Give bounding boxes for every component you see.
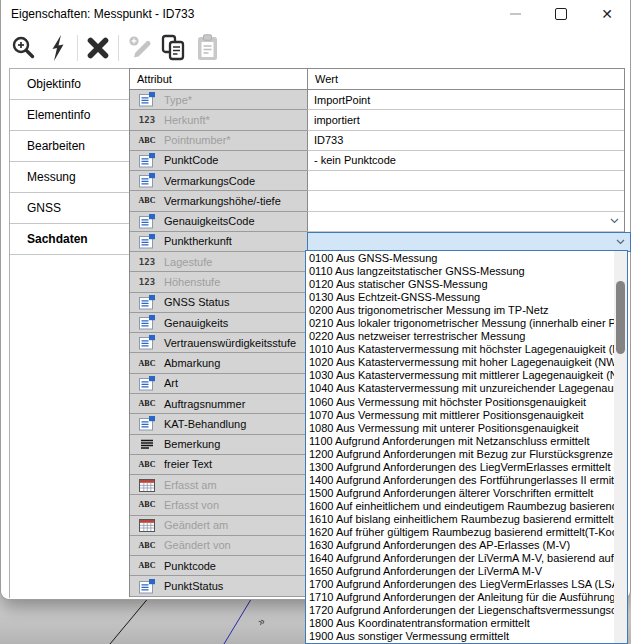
attribute-label: Erfasst von [164,499,219,511]
value-cell-punktcode[interactable]: - kein Punktcode [307,151,624,171]
value-cell-type[interactable]: ImportPoint [307,90,624,110]
dropdown-item[interactable]: 1060 Aus Vermessung mit höchster Positio… [306,396,614,409]
attribute-label: Lagestufe [164,256,212,268]
dropdown-item[interactable]: 1710 Aufgrund Anforderungen der Anleitun… [306,591,614,604]
sidebar-item-sachdaten[interactable]: Sachdaten [10,224,129,255]
dropdown-item[interactable]: 1300 Aufgrund Anforderungen des LiegVerm… [306,461,614,474]
minimize-button[interactable] [492,0,538,28]
attribute-label: Vertrauenswürdigkeitsstufe [164,337,296,349]
attribute-label: PunktStatus [164,580,223,592]
dropdown-item[interactable]: 1070 Aus Vermessung mit mittlerer Positi… [306,409,614,422]
toolbar-separator [118,35,119,61]
dropdown-item[interactable]: 0110 Aus langzeitstatischer GNSS-Messung [306,265,614,278]
dropdown-item[interactable]: 1700 Aufgrund Anforderungen des LiegVerm… [306,578,614,591]
attribute-cell: PunktCode [130,151,307,171]
attribute-label: Abmarkung [164,357,220,369]
sidebar-item-messung[interactable]: Messung [10,162,129,193]
dropdown-item[interactable]: 1900 Aus sonstiger Vermessung ermittelt [306,630,614,643]
combo-chevron-icon[interactable] [610,218,619,224]
value-cell-pointnumber[interactable]: ID733 [307,131,624,151]
combo-field-icon [138,173,156,188]
attribute-label: Herkunft* [164,114,210,126]
attribute-cell: PunktStatus [130,576,307,596]
dropdown-item[interactable]: 1620 Auf früher gültigem Raumbezug basie… [306,526,614,539]
dropdown-item[interactable]: 0120 Aus statischer GNSS-Messung [306,278,614,291]
dropdown-item[interactable]: 1630 Aufgrund Anforderungen des AP-Erlas… [306,539,614,552]
maximize-button[interactable] [538,0,584,28]
combo-field-icon [138,153,156,168]
edit-add-icon [122,32,156,64]
punktherkunft-dropdown: 0100 Aus GNSS-Messung0110 Aus langzeitst… [305,250,628,644]
memo-field-icon [138,439,156,450]
text-field-icon: ABC [138,500,156,509]
dropdown-item[interactable]: 1100 Aufgrund Anforderungen mit Netzansc… [306,435,614,448]
dropdown-item[interactable]: 1080 Aus Vermessung mit unterer Position… [306,422,614,435]
combo-chevron-icon[interactable] [616,239,625,245]
attribute-label: VermarkungsCode [164,175,255,187]
dropdown-item[interactable]: 0210 Aus lokaler trigonometrischer Messu… [306,317,614,330]
attribute-cell: Punktherkunft [130,232,307,252]
attribute-cell: Type* [130,90,307,110]
attribute-cell: ABCAuftragsnummer [130,394,307,414]
dropdown-item[interactable]: 1500 Aufgrund Anforderungen älterer Vors… [306,487,614,500]
dropdown-item[interactable]: 1800 Aus Koordinatentransformation ermit… [306,617,614,630]
table-row-vermarkungsh-he-tiefe: ABCVermarkungshöhe/-tiefe [130,191,624,211]
dropdown-item[interactable]: 0200 Aus trigonometrischer Messung im TP… [306,304,614,317]
attribute-cell: ABCErfasst von [130,495,307,515]
window-controls [492,0,630,28]
dropdown-item[interactable]: 1400 Aufgrund Anforderungen des Fortführ… [306,474,614,487]
dropdown-item[interactable]: 1010 Aus Katastervermessung mit höchster… [306,343,614,356]
dropdown-scrollbar[interactable] [614,251,627,643]
attribute-label: GenauigkeitsCode [164,215,255,227]
dropdown-item[interactable]: 0100 Aus GNSS-Messung [306,252,614,265]
dropdown-item[interactable]: 1600 Auf einheitlichem und eindeutigem R… [306,500,614,513]
attribute-cell: ABCPointnumber* [130,131,307,151]
dropdown-item[interactable]: 1020 Aus Katastervermessung mit hoher La… [306,356,614,369]
dropdown-item[interactable]: 1640 Aufgrund Anforderungen der LiVermA … [306,552,614,565]
table-row-type: Type*ImportPoint [130,90,624,110]
sidebar-item-bearbeiten[interactable]: Bearbeiten [10,131,129,162]
combo-field-icon [138,295,156,310]
attribute-cell: GenauigkeitsCode [130,212,307,232]
toolbar [1,28,630,67]
dropdown-item[interactable]: 1650 Aufgrund Anforderungen der LiVermA … [306,565,614,578]
sidebar-item-gnss[interactable]: GNSS [10,193,129,224]
close-button[interactable] [584,0,630,28]
combo-field-icon [138,234,156,249]
scrollbar-thumb[interactable] [616,281,625,354]
titlebar: Eigenschaften: Messpunkt - ID733 [1,0,630,28]
table-row-vermarkungscode: VermarkungsCode [130,171,624,191]
sidebar-item-elementinfo[interactable]: Elementinfo [10,100,129,131]
copy-icon[interactable] [156,32,190,64]
dropdown-item[interactable]: 1720 Aufgrund Anforderungen der Liegensc… [306,604,614,617]
combo-field-icon [138,214,156,229]
attribute-cell: 123Lagestufe [130,252,307,272]
attribute-label: Auftragsnummer [164,398,245,410]
sidebar-item-objektinfo[interactable]: Objektinfo [10,69,129,100]
flash-icon[interactable] [40,32,74,64]
dropdown-item[interactable]: 0220 Aus netzweiser terrestrischer Messu… [306,330,614,343]
attribute-label: GNSS Status [164,296,229,308]
sidebar: ObjektinfoElementinfoBearbeitenMessungGN… [9,68,129,598]
dropdown-item[interactable]: 1040 Aus Katastervermessung mit unzureic… [306,382,614,395]
attribute-cell: Erfasst am [130,475,307,495]
dropdown-item[interactable]: 1030 Aus Katastervermessung mit mittlere… [306,369,614,382]
value-cell-vermarkungscode[interactable] [307,171,624,191]
delete-icon[interactable] [81,32,115,64]
text-field-icon: ABC [138,359,156,368]
combo-field-icon [138,376,156,391]
numeric-field-icon: 123 [138,277,156,287]
attribute-cell: ABCAbmarkung [130,353,307,373]
dropdown-item[interactable]: 1200 Aufgrund Anforderungen mit Bezug zu… [306,448,614,461]
combo-field-icon [138,315,156,330]
dropdown-item[interactable]: 1610 Auf bislang einheitlichem Raumbezug… [306,513,614,526]
value-cell-vermarkungsh-he-tiefe[interactable] [307,191,624,211]
attribute-label: Genauigkeits [164,317,228,329]
attribute-cell: ABCGeändert von [130,536,307,556]
zoom-in-icon[interactable] [6,32,40,64]
table-row-genauigkeitscode: GenauigkeitsCode [130,212,624,232]
numeric-field-icon: 123 [138,257,156,267]
value-cell-herkunft[interactable]: importiert [307,110,624,130]
value-cell-genauigkeitscode[interactable] [307,212,624,232]
dropdown-item[interactable]: 0130 Aus Echtzeit-GNSS-Messung [306,291,614,304]
